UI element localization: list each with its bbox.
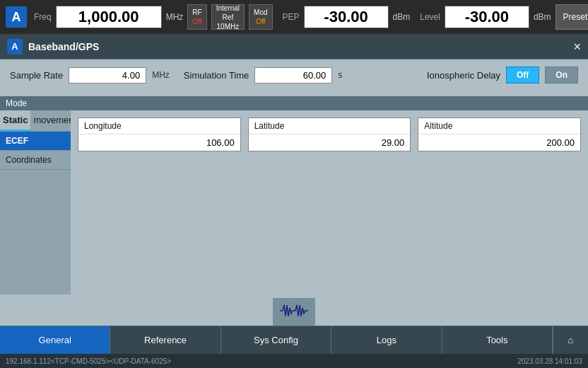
- sample-rate-label: Sample Rate: [10, 70, 63, 81]
- sample-rate-group: Sample Rate MHz: [10, 67, 170, 84]
- freq-value[interactable]: 1,000.00: [56, 6, 162, 28]
- altitude-field: Altitude 200.00: [418, 117, 581, 151]
- waveform-display: [273, 298, 315, 326]
- level-label: Level: [420, 12, 440, 22]
- modal-close-button[interactable]: ×: [573, 40, 581, 53]
- nav-ecef[interactable]: ECEF: [0, 132, 71, 151]
- ionospheric-label: Ionospheric Delay: [427, 70, 500, 81]
- left-panel: Static movement ECEF Coordinates: [0, 110, 71, 294]
- status-bar: 192.168.1.112<TCP-CMD-5025><UDP-DATA-602…: [0, 354, 588, 368]
- internal-ref-line2: Ref: [223, 13, 234, 22]
- altitude-label: Altitude: [418, 118, 580, 134]
- latitude-field: Latitude 29.00: [248, 117, 411, 151]
- bottom-nav: General Reference Sys Config Logs Tools …: [0, 326, 588, 354]
- modal-badge: A: [7, 39, 23, 54]
- longitude-value[interactable]: 106.00: [78, 134, 240, 151]
- sim-time-unit: s: [338, 70, 342, 80]
- level-value[interactable]: -30.00: [445, 6, 529, 28]
- app-logo: A: [6, 6, 27, 28]
- tab-static[interactable]: Static: [0, 110, 30, 131]
- modal-title: Baseband/GPS: [28, 41, 99, 52]
- latitude-value[interactable]: 29.00: [249, 134, 411, 151]
- nav-reference[interactable]: Reference: [110, 326, 220, 354]
- modal-body: Sample Rate MHz Simulation Time s Ionosp…: [0, 59, 588, 96]
- sample-rate-input[interactable]: [69, 67, 146, 84]
- sim-time-label: Simulation Time: [184, 70, 249, 81]
- ionospheric-delay-group: Ionospheric Delay Off On: [427, 67, 578, 84]
- mode-area: Static movement ECEF Coordinates Longitu…: [0, 110, 588, 294]
- nav-tools[interactable]: Tools: [442, 326, 553, 354]
- ionospheric-on-button[interactable]: On: [545, 67, 578, 84]
- waveform-area: [0, 294, 588, 330]
- freq-label: Freq: [34, 12, 52, 22]
- level-unit: dBm: [534, 12, 551, 22]
- status-left: 192.168.1.112<TCP-CMD-5025><UDP-DATA-602…: [6, 357, 171, 365]
- pep-unit: dBm: [393, 12, 411, 22]
- home-button[interactable]: ⌂: [553, 326, 588, 354]
- altitude-value[interactable]: 200.00: [418, 134, 580, 151]
- mod-label: Mod: [254, 8, 267, 17]
- pep-value[interactable]: -30.00: [304, 6, 389, 28]
- sim-time-group: Simulation Time s: [184, 67, 342, 84]
- top-bar: A Freq 1,000.00 MHz RF Off Internal Ref …: [0, 0, 588, 34]
- params-row: Sample Rate MHz Simulation Time s Ionosp…: [10, 67, 578, 84]
- modal-header: A Baseband/GPS ×: [0, 34, 588, 59]
- nav-general[interactable]: General: [0, 326, 110, 354]
- ionospheric-off-button[interactable]: Off: [506, 67, 539, 84]
- nav-coordinates[interactable]: Coordinates: [0, 151, 71, 170]
- rf-button[interactable]: RF Off: [187, 4, 206, 30]
- preset-button[interactable]: Preset: [555, 4, 588, 30]
- rf-status: Off: [192, 17, 201, 26]
- coordinate-row: Longitude 106.00 Latitude 29.00 Altitude…: [78, 117, 581, 151]
- internal-ref-button[interactable]: Internal Ref 10MHz: [211, 4, 245, 30]
- internal-ref-line1: Internal: [216, 4, 240, 13]
- rf-label: RF: [192, 8, 201, 17]
- status-right: 2023.03.28 14:01:03: [517, 357, 582, 365]
- longitude-field: Longitude 106.00: [78, 117, 241, 151]
- internal-ref-line3: 10MHz: [217, 22, 240, 31]
- longitude-label: Longitude: [78, 118, 240, 134]
- mod-button[interactable]: Mod Off: [249, 4, 272, 30]
- home-icon: ⌂: [568, 335, 574, 345]
- nav-logs[interactable]: Logs: [331, 326, 442, 354]
- freq-unit: MHz: [166, 12, 184, 22]
- pep-label: PEP: [283, 12, 300, 22]
- waveform-icon: [280, 302, 308, 323]
- sample-rate-unit: MHz: [152, 70, 170, 80]
- right-panel: Longitude 106.00 Latitude 29.00 Altitude…: [71, 110, 588, 294]
- mod-status: Off: [256, 17, 265, 26]
- mode-bar: Mode: [0, 96, 588, 110]
- nav-sys-config[interactable]: Sys Config: [221, 326, 331, 354]
- sim-time-input[interactable]: [254, 67, 332, 84]
- latitude-label: Latitude: [249, 118, 411, 134]
- mode-tabs: Static movement: [0, 110, 71, 132]
